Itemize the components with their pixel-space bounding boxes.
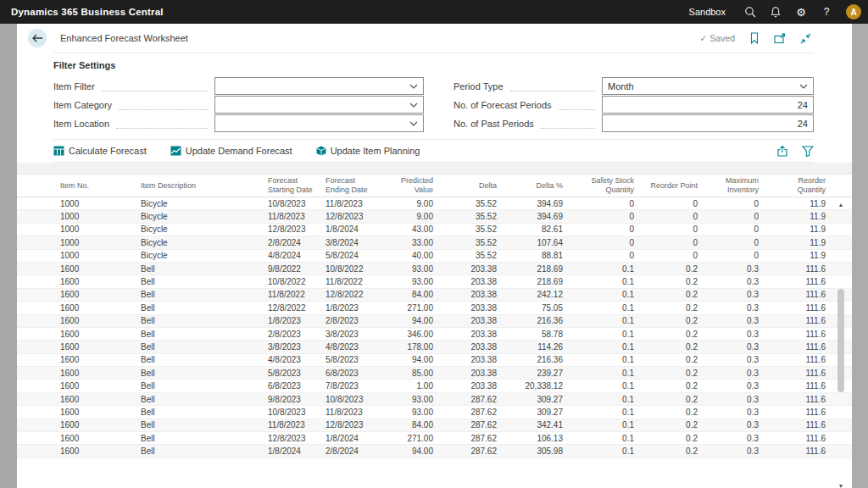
table-cell[interactable]: 0	[568, 212, 639, 221]
table-cell[interactable]: 0.2	[639, 303, 703, 313]
table-cell[interactable]: 218.69	[502, 277, 568, 286]
table-cell[interactable]: 203.38	[438, 264, 502, 274]
table-cell[interactable]: 0.1	[568, 277, 639, 286]
table-cell[interactable]: 11/8/2023	[320, 408, 380, 417]
table-cell[interactable]: Bell	[136, 395, 263, 404]
table-cell[interactable]: 9/8/2023	[263, 395, 320, 404]
table-cell[interactable]: 4/8/2024	[263, 251, 320, 260]
column-header-forecast-starting-date[interactable]: Forecast Starting Date	[263, 176, 320, 195]
table-cell[interactable]: 1600	[55, 303, 136, 313]
table-cell[interactable]: 1/8/2024	[320, 434, 380, 443]
table-cell[interactable]: 2/8/2023	[263, 330, 320, 339]
table-cell[interactable]: 11.9	[764, 251, 831, 260]
search-icon[interactable]	[737, 0, 763, 24]
table-cell[interactable]: 93.00	[380, 264, 438, 274]
bookmark-icon[interactable]	[749, 32, 760, 44]
table-cell[interactable]: 0.3	[703, 330, 764, 339]
table-cell[interactable]: Bell	[136, 303, 263, 313]
table-cell[interactable]: 309.27	[502, 395, 568, 404]
table-cell[interactable]: 11.9	[764, 238, 831, 247]
table-cell[interactable]: 0.3	[703, 446, 764, 456]
table-cell[interactable]: 93.00	[380, 395, 438, 404]
table-cell[interactable]: 0.3	[703, 290, 764, 299]
table-cell[interactable]: 3/8/2023	[263, 342, 320, 352]
table-cell[interactable]: 0.3	[703, 303, 764, 313]
table-cell[interactable]: Bicycle	[136, 212, 263, 221]
table-cell[interactable]: Bell	[136, 446, 263, 456]
table-cell[interactable]: 178.00	[380, 342, 438, 352]
table-cell[interactable]: Bell	[136, 420, 263, 430]
table-cell[interactable]: 10/8/2022	[263, 277, 320, 286]
table-cell[interactable]: 10/8/2023	[320, 395, 380, 404]
table-cell[interactable]: 0.1	[568, 303, 639, 313]
table-cell[interactable]: 35.52	[438, 251, 502, 260]
table-cell[interactable]: Bell	[136, 264, 263, 274]
table-cell[interactable]: 35.52	[438, 225, 502, 234]
table-cell[interactable]: 111.6	[764, 277, 831, 286]
table-cell[interactable]: 0.2	[639, 290, 703, 299]
avatar[interactable]: A	[846, 4, 861, 19]
table-cell[interactable]: 0.2	[639, 395, 703, 404]
table-cell[interactable]: 0.2	[639, 446, 703, 456]
table-cell[interactable]: 0	[639, 225, 703, 234]
table-cell[interactable]: 94.00	[380, 355, 438, 364]
table-cell[interactable]: 111.6	[764, 355, 831, 364]
table-cell[interactable]: 9/8/2022	[263, 264, 320, 274]
table-cell[interactable]: 1600	[55, 395, 136, 404]
table-cell[interactable]: 287.62	[438, 395, 502, 404]
open-in-window-icon[interactable]	[774, 33, 786, 44]
table-cell[interactable]: 0.2	[639, 434, 703, 443]
table-cell[interactable]: 10/8/2023	[263, 408, 320, 417]
table-cell[interactable]: 111.6	[764, 264, 831, 274]
table-cell[interactable]: 305.98	[502, 446, 568, 456]
back-button[interactable]	[28, 29, 47, 47]
no-of-forecast-periods-input[interactable]: 24	[602, 96, 814, 114]
table-cell[interactable]: 0	[568, 238, 639, 247]
table-cell[interactable]: 75.05	[502, 303, 568, 313]
table-cell[interactable]: 111.6	[764, 330, 831, 339]
table-cell[interactable]: 93.00	[380, 277, 438, 286]
table-cell[interactable]: 0.1	[568, 408, 639, 417]
table-cell[interactable]: 82.61	[502, 225, 568, 234]
table-cell[interactable]: 0.2	[639, 381, 703, 391]
table-cell[interactable]: 111.6	[764, 434, 831, 443]
scroll-down-icon[interactable]: ▼	[835, 482, 847, 488]
settings-gear-icon[interactable]: ⚙	[788, 0, 814, 24]
table-cell[interactable]: 1600	[55, 381, 136, 391]
item-filter-select[interactable]	[214, 77, 424, 95]
table-cell[interactable]: 12/8/2023	[263, 434, 320, 443]
table-cell[interactable]: 0	[703, 225, 764, 234]
table-cell[interactable]: 43.00	[380, 225, 438, 234]
table-cell[interactable]: 0.1	[568, 316, 639, 325]
table-cell[interactable]: 20,338.12	[502, 381, 568, 391]
table-cell[interactable]: 0.2	[639, 277, 703, 286]
table-cell[interactable]: Bicycle	[136, 251, 263, 260]
table-cell[interactable]: 3/8/2023	[320, 330, 380, 339]
table-cell[interactable]: 111.6	[764, 290, 831, 299]
table-cell[interactable]: 0.3	[703, 316, 764, 325]
table-cell[interactable]: 0.1	[568, 420, 639, 430]
table-cell[interactable]: 203.38	[438, 355, 502, 364]
table-cell[interactable]: Bell	[136, 342, 263, 352]
table-cell[interactable]: 0.1	[568, 342, 639, 352]
table-cell[interactable]: 239.27	[502, 369, 568, 378]
column-header-safety-stock-quantity[interactable]: Safety Stock Quantity	[568, 176, 639, 195]
table-cell[interactable]: 1600	[55, 420, 136, 430]
help-icon[interactable]: ?	[814, 0, 839, 24]
table-cell[interactable]: Bell	[136, 316, 263, 325]
table-cell[interactable]: 0.2	[639, 330, 703, 339]
table-cell[interactable]: Bell	[136, 434, 263, 443]
table-cell[interactable]: 216.36	[502, 316, 568, 325]
collapse-icon[interactable]	[800, 33, 811, 44]
table-cell[interactable]: 0	[703, 212, 764, 221]
table-cell[interactable]: Bell	[136, 381, 263, 391]
table-cell[interactable]: 111.6	[764, 369, 831, 378]
column-header-maximum-inventory[interactable]: Maximum Inventory	[703, 176, 764, 195]
table-cell[interactable]: 242.12	[502, 290, 568, 299]
column-header-delta[interactable]: Delta %	[502, 181, 568, 191]
scroll-thumb[interactable]	[837, 289, 844, 392]
action-calculate-forecast[interactable]: Calculate Forecast	[53, 146, 147, 156]
table-cell[interactable]: 4/8/2023	[320, 342, 380, 352]
table-cell[interactable]: 0	[639, 199, 703, 208]
table-cell[interactable]: 1600	[55, 290, 136, 299]
